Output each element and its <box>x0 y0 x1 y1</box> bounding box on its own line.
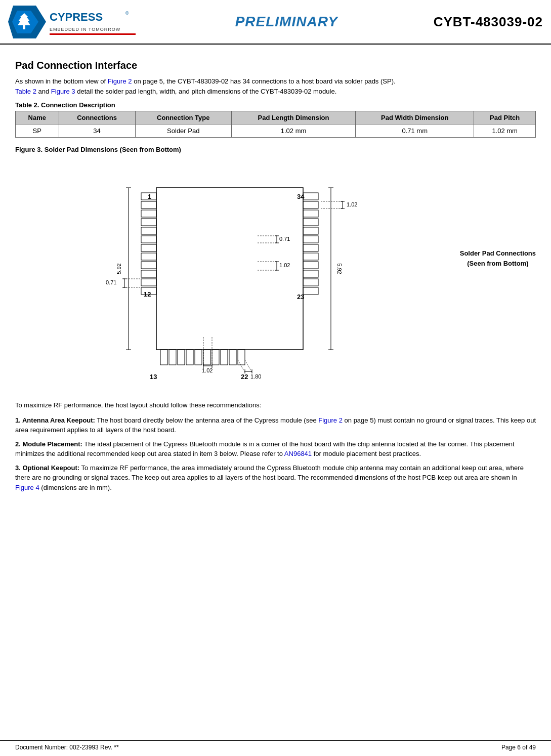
list-item-3: 3. Optional Keepout: To maximize RF perf… <box>15 463 536 493</box>
svg-rect-15 <box>141 244 156 251</box>
svg-rect-35 <box>178 350 185 365</box>
svg-text:23: 23 <box>297 293 304 301</box>
svg-text:12: 12 <box>144 290 151 298</box>
svg-rect-41 <box>229 350 236 365</box>
solder-pad-label: Solder Pad Connections (Seen from Bottom… <box>460 248 536 268</box>
svg-rect-40 <box>221 350 228 365</box>
svg-text:1.80: 1.80 <box>250 373 261 380</box>
svg-rect-21 <box>303 193 318 200</box>
figure2-link[interactable]: Figure 2 <box>108 77 132 85</box>
svg-text:13: 13 <box>150 373 157 381</box>
recommendations-list: 1. Antenna Area Keepout: The host board … <box>15 415 536 493</box>
header-preliminary: PRELIMINARY <box>235 14 338 30</box>
col-connection-type: Connection Type <box>135 111 231 124</box>
bottom-pads <box>160 350 245 365</box>
col-connections: Connections <box>59 111 135 124</box>
svg-text:34: 34 <box>297 193 305 200</box>
svg-rect-7 <box>50 33 136 35</box>
page-footer: Document Number: 002-23993 Rev. ** Page … <box>0 740 551 751</box>
connection-table: Name Connections Connection Type Pad Len… <box>15 111 536 138</box>
figure-container: 5.92 5.92 1.02 0.71 <box>15 157 536 390</box>
logo-area: CYPRESS ® EMBEDDED IN TOMORROW <box>8 3 140 41</box>
table-row: SP 34 Solder Pad 1.02 mm 0.71 mm 1.02 mm <box>16 124 536 138</box>
intro-paragraph: As shown in the bottom view of Figure 2 … <box>15 76 536 96</box>
header-docnum: CYBT-483039-02 <box>434 14 543 30</box>
table-header-row: Name Connections Connection Type Pad Len… <box>16 111 536 124</box>
col-pad-length: Pad Length Dimension <box>231 111 355 124</box>
svg-rect-11 <box>141 210 156 217</box>
svg-rect-19 <box>141 279 156 286</box>
svg-text:22: 22 <box>241 373 248 381</box>
item2-an96841-link[interactable]: AN96841 <box>284 450 312 457</box>
svg-rect-10 <box>141 201 156 208</box>
svg-rect-12 <box>141 219 156 226</box>
svg-line-82 <box>245 360 252 372</box>
right-pads <box>303 193 318 295</box>
cell-pad-pitch: 1.02 mm <box>474 124 536 138</box>
svg-rect-39 <box>212 350 219 365</box>
cell-pad-length: 1.02 mm <box>231 124 355 138</box>
section-title: Pad Connection Interface <box>15 60 536 71</box>
svg-text:0.71: 0.71 <box>106 279 116 285</box>
figure3-link[interactable]: Figure 3 <box>51 88 75 95</box>
col-pad-width: Pad Width Dimension <box>356 111 474 124</box>
svg-rect-25 <box>303 227 318 234</box>
pad-diagram-svg: 5.92 5.92 1.02 0.71 <box>96 157 359 390</box>
svg-text:5.92: 5.92 <box>336 263 343 274</box>
svg-rect-17 <box>141 262 156 269</box>
footer-doc-number: Document Number: 002-23993 Rev. ** <box>15 744 119 751</box>
cell-name: SP <box>16 124 59 138</box>
svg-rect-42 <box>238 350 245 365</box>
svg-rect-18 <box>141 270 156 277</box>
col-pad-pitch: Pad Pitch <box>474 111 536 124</box>
col-name: Name <box>16 111 59 124</box>
maximize-rf-intro: To maximize RF performance, the host lay… <box>15 400 536 410</box>
cell-connections: 34 <box>59 124 135 138</box>
svg-rect-28 <box>303 253 318 260</box>
diagram-area: 5.92 5.92 1.02 0.71 <box>96 157 364 390</box>
svg-rect-37 <box>195 350 202 365</box>
svg-rect-26 <box>303 236 318 243</box>
svg-text:0.71: 0.71 <box>279 236 290 242</box>
svg-text:5.92: 5.92 <box>116 263 122 274</box>
svg-text:1: 1 <box>148 193 151 200</box>
svg-text:1.02: 1.02 <box>279 262 290 268</box>
svg-text:CYPRESS: CYPRESS <box>50 11 103 23</box>
svg-rect-13 <box>141 227 156 234</box>
list-item-2: 2. Module Placement: The ideal placement… <box>15 439 536 459</box>
table2-link[interactable]: Table 2 <box>15 88 36 95</box>
svg-text:®: ® <box>125 11 129 16</box>
footer-page-number: Page 6 of 49 <box>501 744 536 751</box>
svg-text:1.02: 1.02 <box>347 201 357 207</box>
svg-text:1.02: 1.02 <box>202 367 213 373</box>
svg-rect-34 <box>169 350 176 365</box>
left-pads <box>141 193 156 295</box>
main-content: Pad Connection Interface As shown in the… <box>0 45 551 508</box>
cypress-logo: CYPRESS ® EMBEDDED IN TOMORROW <box>8 3 140 41</box>
table-caption: Table 2. Connection Description <box>15 101 536 109</box>
figure-caption: Figure 3. Solder Pad Dimensions (Seen fr… <box>15 146 536 153</box>
svg-rect-33 <box>160 350 167 365</box>
svg-rect-31 <box>303 279 318 286</box>
svg-rect-32 <box>303 287 318 295</box>
cell-pad-width: 0.71 mm <box>356 124 474 138</box>
svg-rect-14 <box>141 236 156 243</box>
svg-rect-38 <box>203 350 210 365</box>
svg-rect-36 <box>186 350 193 365</box>
svg-rect-23 <box>303 210 318 217</box>
svg-rect-8 <box>156 188 303 350</box>
svg-rect-16 <box>141 253 156 260</box>
item1-figure2-link[interactable]: Figure 2 <box>318 416 343 424</box>
svg-rect-3 <box>23 25 25 29</box>
svg-rect-29 <box>303 262 318 269</box>
list-item-1: 1. Antenna Area Keepout: The host board … <box>15 415 536 435</box>
svg-rect-24 <box>303 219 318 226</box>
page-header: CYPRESS ® EMBEDDED IN TOMORROW PRELIMINA… <box>0 0 551 45</box>
item3-figure4-link[interactable]: Figure 4 <box>15 484 39 491</box>
svg-rect-30 <box>303 270 318 277</box>
svg-rect-27 <box>303 244 318 251</box>
svg-rect-22 <box>303 201 318 208</box>
svg-line-81 <box>238 360 245 372</box>
svg-text:EMBEDDED IN TOMORROW: EMBEDDED IN TOMORROW <box>50 27 120 32</box>
cell-connection-type: Solder Pad <box>135 124 231 138</box>
